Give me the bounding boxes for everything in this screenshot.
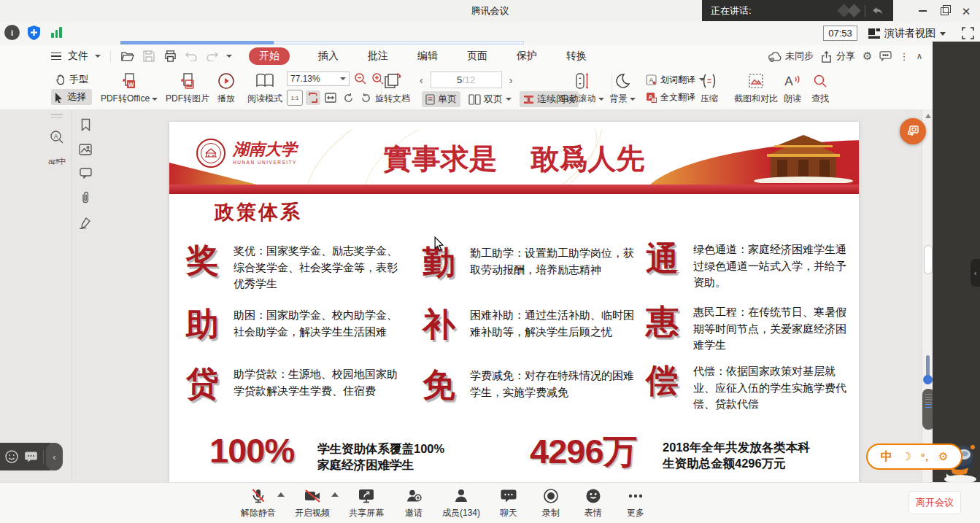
bookmark-icon[interactable] [80, 118, 91, 131]
play-button[interactable]: 播放 [212, 71, 241, 105]
university-seal-icon [196, 138, 226, 168]
open-folder-icon[interactable] [120, 49, 135, 63]
reaction-emoji-icon[interactable] [4, 449, 19, 464]
translate-icon[interactable]: a⇄中 [48, 156, 65, 167]
zoom-value-box[interactable]: 77.13% [287, 71, 350, 86]
start-video-button[interactable]: 开启视频 [286, 487, 339, 519]
members-button[interactable]: 成员(134) [435, 487, 487, 519]
more-commands-icon[interactable] [226, 55, 232, 58]
select-tool[interactable]: 选择 [51, 89, 92, 105]
zoom-value: 77.13% [290, 74, 320, 84]
feedback-icon[interactable] [879, 51, 892, 61]
tab-protect[interactable]: 保护 [517, 50, 537, 63]
shield-icon[interactable] [26, 25, 42, 41]
tab-home[interactable]: 开始 [249, 47, 290, 65]
auto-scroll-label: 自动滚动 [561, 93, 596, 105]
fit-width-button[interactable] [323, 90, 338, 105]
auto-scroll-button[interactable]: 自动滚动 [558, 71, 606, 105]
panel-expand-tab[interactable]: ‹ [971, 259, 980, 287]
zoom-out-icon[interactable] [354, 72, 367, 85]
ime-moon-icon[interactable]: ☽ [902, 450, 911, 463]
policy-letter: 贷 [186, 366, 227, 400]
restore-button[interactable] [933, 0, 955, 22]
tab-convert[interactable]: 转换 [566, 50, 587, 63]
scrollbar-thumb[interactable] [924, 245, 933, 274]
more-menu-icon[interactable]: ⋮ [899, 51, 908, 62]
prev-page-icon[interactable]: ‹ [420, 74, 423, 86]
start-video-label: 开启视频 [295, 507, 330, 519]
rotate-doc-label: 旋转文档 [375, 93, 410, 105]
chat-button[interactable]: 聊天 [487, 487, 530, 519]
attachment-icon[interactable] [80, 191, 90, 204]
search-doc-icon[interactable]: A [50, 130, 64, 144]
redo-icon[interactable] [205, 49, 220, 63]
emoji-button[interactable]: 表情 [572, 487, 614, 519]
rotate-doc-button[interactable]: 旋转文档 [369, 71, 416, 105]
signal-bars-icon[interactable] [51, 26, 62, 38]
reply-arrow-icon[interactable] [871, 5, 884, 17]
actual-size-button[interactable]: 1:1 [287, 90, 303, 106]
find-button[interactable]: 查找 [806, 71, 835, 105]
video-options-caret[interactable] [330, 492, 340, 497]
collapse-ribbon-icon[interactable]: ∧ [916, 51, 922, 61]
blue-slider-track[interactable] [926, 355, 930, 377]
fit-page-button[interactable] [306, 90, 320, 105]
share-screen-button[interactable]: 共享屏幕 [340, 487, 393, 519]
minimize-button[interactable] [911, 0, 933, 22]
policy-text: 惠民工程：在传统节日、寒暑假期等时间节点，关爱家庭经济困难学生 [693, 304, 853, 354]
hand-tool[interactable]: 手型 [51, 71, 92, 88]
ime-language-toggle[interactable]: 中 [881, 449, 892, 465]
unmute-button[interactable]: 解除静音 [232, 487, 285, 519]
pdf-to-image-button[interactable]: PDF转图片 [163, 71, 212, 105]
invite-button[interactable]: 邀请 [393, 487, 435, 519]
leave-meeting-button[interactable]: 离开会议 [908, 491, 961, 514]
tab-comment[interactable]: 批注 [368, 50, 388, 63]
svg-text:A: A [53, 133, 58, 140]
quick-chat-icon[interactable] [24, 451, 38, 463]
gear-icon[interactable]: ⚙ [863, 50, 872, 63]
signature-icon[interactable] [79, 217, 92, 229]
ime-punctuation-toggle[interactable]: °, [921, 452, 929, 462]
sidebar-drag-handle[interactable] [51, 114, 63, 118]
tab-edit[interactable]: 编辑 [417, 50, 438, 63]
hamburger-icon[interactable] [51, 53, 61, 61]
read-mode-button[interactable]: 阅读模式 [244, 71, 286, 105]
meeting-logo-icon [847, 4, 860, 17]
page-number-box[interactable]: 5/12 [431, 71, 502, 88]
invite-label: 邀请 [405, 507, 423, 519]
collapse-pill-icon[interactable]: ‹ [46, 443, 63, 470]
more-button[interactable]: 更多 [614, 487, 657, 519]
rotate-cw-icon[interactable] [341, 90, 355, 105]
ime-settings-icon[interactable]: ⚙ [938, 450, 948, 463]
scroll-up-arrow[interactable] [925, 114, 931, 118]
save-icon[interactable] [142, 49, 156, 63]
record-button[interactable]: 录制 [530, 487, 572, 519]
fullscreen-icon[interactable] [962, 27, 974, 39]
share-icon[interactable] [821, 50, 833, 63]
cloud-sync-icon[interactable] [768, 51, 782, 62]
view-mode-selector[interactable]: 演讲者视图 [868, 25, 946, 42]
file-menu[interactable]: 文件 [68, 50, 88, 63]
policy-item: 偿 代偿：依据国家政策对基层就业、应征入伍的学生实施学费代偿、贷款代偿 [646, 363, 853, 413]
policy-item: 助 助困：国家助学金、校内助学金、社会助学金，解决学生生活困难 [186, 307, 406, 341]
tab-insert[interactable]: 插入 [318, 50, 339, 63]
background-label: 背景 [610, 93, 628, 105]
compress-button[interactable]: 压缩 [693, 71, 725, 105]
background-button[interactable]: 背景 [606, 71, 639, 105]
info-icon[interactable]: i [4, 25, 20, 40]
close-button[interactable]: ✕ [955, 0, 977, 22]
tab-page[interactable]: 页面 [467, 50, 487, 63]
print-icon[interactable] [163, 49, 177, 63]
double-page-button[interactable]: 双页 [465, 91, 515, 107]
mic-options-caret[interactable] [276, 492, 286, 497]
undo-icon[interactable] [184, 49, 198, 63]
pdf-to-office-button[interactable]: W PDF转Office [97, 71, 161, 105]
blue-slider-handle[interactable] [923, 375, 933, 384]
read-aloud-button[interactable]: A 朗读 [776, 71, 809, 105]
next-page-icon[interactable]: › [509, 74, 513, 86]
share-label[interactable]: 分享 [836, 50, 855, 63]
ppt-convert-float-button[interactable] [900, 118, 926, 144]
single-page-button[interactable]: 单页 [422, 91, 460, 107]
comment-panel-icon[interactable] [80, 168, 92, 179]
image-panel-icon[interactable] [79, 144, 92, 155]
